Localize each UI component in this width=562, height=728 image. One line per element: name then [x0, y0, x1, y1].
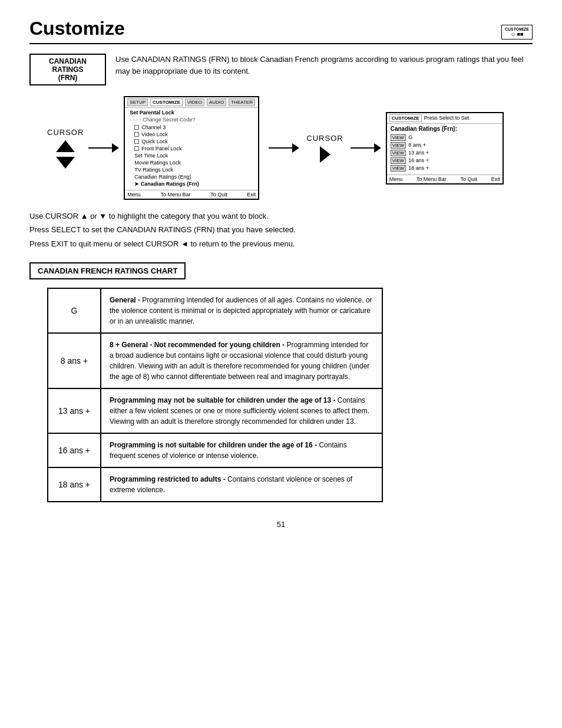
diagram-area: CURSOR SETUP CUSTOMIZE VIDEO AUDIO THEAT…: [47, 96, 533, 200]
intro-row: CANADIAN RATINGS (FRN) Use CANADIAN RATI…: [29, 54, 533, 85]
menu-set-parental: Set Parental Lock: [130, 110, 253, 116]
rating-row-g: VIEW G: [391, 134, 499, 141]
menu-footer-right: Menu To Menu Bar To Quit Exit: [387, 174, 503, 183]
rating-row-13ans: VIEW 13 ans +: [391, 150, 499, 156]
menu-header-left: SETUP CUSTOMIZE VIDEO AUDIO THEATER: [125, 97, 258, 108]
table-row-16ans: 16 ans + Programming is not suitable for…: [48, 433, 382, 467]
page-title-bar: Customize CUSTOMIZE ☺ ■■: [29, 18, 533, 44]
instruction-2: Press SELECT to set the CANADIAN RATINGS…: [29, 223, 533, 236]
canadian-ratings-frn-title: Canadian Ratings (Frn):: [391, 126, 499, 132]
menu-item-quicklock: Quick Lock: [130, 138, 253, 145]
table-row-8ans: 8 ans + 8 + General - Not recommended fo…: [48, 333, 382, 388]
rating-row-8ans: VIEW 8 ans +: [391, 142, 499, 149]
rating-code-16ans: 16 ans +: [48, 433, 101, 467]
ratings-table: G General - Programming intended for aud…: [47, 288, 383, 502]
menu-item-channel3: Channel 3: [130, 124, 253, 131]
cursor-arrows-row: [56, 140, 75, 169]
intro-text: Use CANADIAN RATINGS (FRN) to block Cana…: [106, 54, 533, 77]
menu-body-right: Canadian Ratings (Frn): VIEW G VIEW 8 an…: [387, 124, 503, 174]
cursor-arrows: [56, 140, 75, 169]
icon-label: CUSTOMIZE: [505, 27, 529, 31]
menu-item-movieratings: Movie Ratings Lock: [130, 159, 253, 166]
menu-item-tvratings: TV Ratings Lock: [130, 166, 253, 173]
rating-row-18ans: VIEW 18 ans +: [391, 165, 499, 172]
press-select-header: Press Select to Set: [424, 115, 470, 121]
rating-code-18ans: 18 ans +: [48, 467, 101, 502]
rating-code-g: G: [48, 288, 101, 333]
icon-symbols: ☺ ■■: [510, 31, 523, 37]
rating-desc-g: General - Programming intended for audie…: [101, 288, 382, 333]
instructions-block: Use CURSOR ▲ or ▼ to highlight the categ…: [29, 209, 533, 251]
cursor-down-arrow: [56, 157, 75, 169]
rating-desc-16ans: Programming is not suitable for children…: [101, 433, 382, 467]
cursor-label-right: CURSOR: [306, 134, 343, 143]
page-title: Customize: [29, 18, 125, 39]
right-cursor-group: CURSOR: [306, 134, 343, 163]
cursor-label-left: CURSOR: [47, 128, 84, 137]
table-row-13ans: 13 ans + Programming may not be suitable…: [48, 388, 382, 433]
menu-item-settimelock: Set Time Lock: [130, 152, 253, 159]
rating-row-16ans: VIEW 16 ans +: [391, 157, 499, 164]
table-row-18ans: 18 ans + Programming restricted to adult…: [48, 467, 382, 502]
menu-item-canadian-eng: Canadian Ratings (Eng): [130, 173, 253, 180]
rating-desc-13ans: Programming may not be suitable for chil…: [101, 388, 382, 433]
customize-icon: CUSTOMIZE ☺ ■■: [501, 25, 533, 39]
instruction-3: Press EXIT to quit menu or select CURSOR…: [29, 237, 533, 251]
menu-footer-left: Menu To Menu Bar To Quit Exit: [125, 190, 258, 199]
cursor-up-arrow: [56, 140, 75, 152]
chart-label: CANADIAN FRENCH RATINGS CHART: [29, 262, 186, 279]
page-number: 51: [29, 520, 533, 529]
rating-code-8ans: 8 ans +: [48, 333, 101, 388]
cursor-right-arrow: [320, 146, 330, 163]
rating-desc-8ans: 8 + General - Not recommended for young …: [101, 333, 382, 388]
menu-change-code: - - - - Change Secret Code?: [130, 117, 253, 123]
instruction-1: Use CURSOR ▲ or ▼ to highlight the categ…: [29, 209, 533, 223]
menu-item-canadian-frn: ➤ Canadian Ratings (Frn): [130, 180, 253, 187]
canadian-ratings-label: CANADIAN RATINGS (FRN): [29, 54, 106, 85]
menu-item-frontpanel: Front Panel Lock: [130, 145, 253, 152]
rating-code-13ans: 13 ans +: [48, 388, 101, 433]
menu-item-videolock: Video Lock: [130, 131, 253, 138]
arrow-between-menus: [269, 143, 299, 153]
arrow-to-menu: [88, 143, 119, 153]
rating-desc-18ans: Programming restricted to adults - Conta…: [101, 467, 382, 502]
arrow-to-right-menu: [351, 143, 381, 153]
table-row-g: G General - Programming intended for aud…: [48, 288, 382, 333]
left-cursor-group: CURSOR: [47, 128, 84, 169]
left-menu-mockup: SETUP CUSTOMIZE VIDEO AUDIO THEATER Set …: [124, 96, 259, 200]
menu-header-right: CUSTOMIZE Press Select to Set: [387, 113, 503, 124]
right-menu-mockup: CUSTOMIZE Press Select to Set Canadian R…: [386, 112, 504, 185]
menu-body-left: Set Parental Lock - - - - Change Secret …: [125, 108, 258, 190]
